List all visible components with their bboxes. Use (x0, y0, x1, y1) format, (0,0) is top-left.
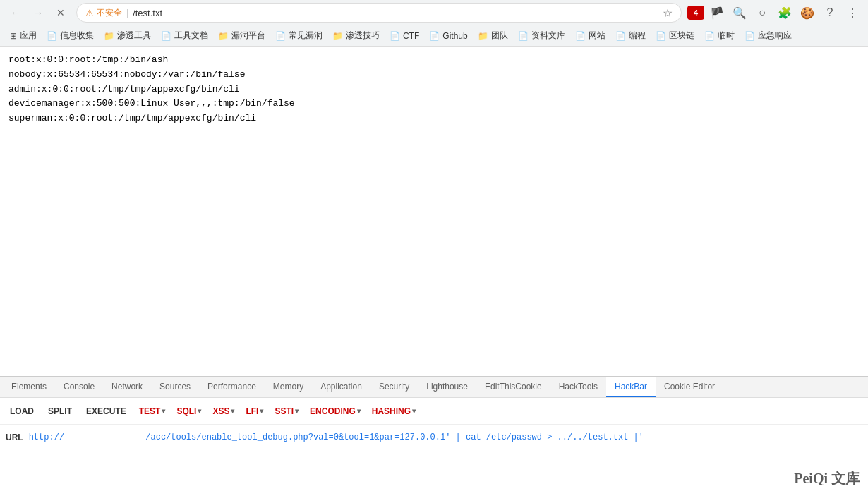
bookmark-emergency-label: 应急响应 (758, 30, 792, 42)
bookmark-pentest-tools[interactable]: 📁 渗透工具 (100, 28, 155, 44)
flag-button[interactable]: 🏴 (707, 3, 727, 23)
common-vulns-icon: 📄 (275, 31, 286, 41)
website-icon: 📄 (575, 31, 586, 41)
tab-sources[interactable]: Sources (151, 377, 199, 397)
pentest-tips-icon: 📁 (332, 31, 343, 41)
tab-lighthouse[interactable]: Lighthouse (418, 377, 476, 397)
hashing-dropdown-arrow: ▾ (412, 407, 416, 415)
bookmark-pentest-tools-label: 渗透工具 (117, 30, 151, 42)
ctf-icon: 📄 (390, 31, 400, 41)
bookmark-pentest-tips[interactable]: 📁 渗透技巧 (328, 28, 384, 44)
address-bar: ⚠ 不安全 | ☆ (76, 3, 682, 23)
bookmark-temp-label: 临时 (718, 30, 735, 42)
back-button[interactable]: ← (6, 3, 25, 23)
tab-hackbar[interactable]: HackBar (606, 377, 656, 397)
bookmark-emergency[interactable]: 📄 应急响应 (740, 28, 796, 44)
bookmark-tool-docs[interactable]: 📄 工具文档 (157, 28, 212, 44)
bookmarks-bar: ⊞ 应用 📄 信息收集 📁 渗透工具 📄 工具文档 📁 漏洞平台 📄 常见 (0, 25, 868, 47)
bookmark-vuln-platform[interactable]: 📁 漏洞平台 (214, 28, 270, 44)
execute-button[interactable]: EXECUTE (82, 404, 131, 418)
vuln-platform-icon: 📁 (218, 31, 229, 41)
bookmark-resource-library[interactable]: 📄 资料文库 (514, 28, 569, 44)
bookmark-programming-label: 编程 (629, 30, 646, 42)
peiqi-watermark: PeiQi 文库 (794, 469, 860, 488)
tab-hacktools[interactable]: HackTools (550, 377, 606, 397)
load-button[interactable]: LOAD (6, 404, 38, 418)
browser-icons: 4 🏴 🔍 ○ 🧩 🍪 ? ⋮ (687, 3, 862, 23)
bookmark-github[interactable]: 📄 Github (425, 29, 471, 43)
encoding-dropdown[interactable]: ENCODING ▾ (307, 404, 363, 418)
resource-library-icon: 📄 (518, 31, 529, 41)
sqli-dropdown[interactable]: SQLI ▾ (174, 404, 204, 418)
content-line-5: superman:x:0:0:root:/tmp/tmp/appexcfg/bi… (8, 111, 860, 126)
bookmark-common-vulns[interactable]: 📄 常见漏洞 (271, 28, 327, 44)
tab-elements[interactable]: Elements (3, 377, 55, 397)
tab-memory[interactable]: Memory (265, 377, 312, 397)
lfi-dropdown[interactable]: LFI ▾ (243, 404, 266, 418)
lfi-dropdown-arrow: ▾ (260, 407, 263, 415)
hackbar-url-input[interactable] (29, 432, 862, 442)
bookmark-info-collect[interactable]: 📄 信息收集 (42, 28, 98, 44)
bookmark-website[interactable]: 📄 网站 (571, 28, 610, 44)
hackbar-url-section: URL (0, 425, 868, 450)
page-content: root:x:0:0:root:/tmp:/bin/ash nobody:x:6… (0, 47, 868, 372)
bookmark-blockchain[interactable]: 📄 区块链 (651, 28, 699, 44)
bookmark-programming[interactable]: 📄 编程 (611, 28, 650, 44)
sqli-dropdown-arrow: ▾ (198, 407, 201, 415)
lfi-dropdown-label: LFI (246, 406, 258, 416)
bookmark-ctf-label: CTF (403, 31, 419, 41)
security-text: 不安全 (97, 7, 122, 19)
team-icon: 📁 (478, 31, 488, 41)
info-collect-icon: 📄 (47, 31, 57, 41)
xss-dropdown[interactable]: XSS ▾ (210, 404, 237, 418)
content-line-4: devicemanager:x:500:500:Linux User,,,:tm… (8, 97, 860, 111)
devtools-tabs: Elements Console Network Sources Perform… (0, 377, 868, 398)
url-input[interactable] (133, 8, 658, 18)
emergency-icon: 📄 (745, 31, 755, 41)
blockchain-icon: 📄 (656, 31, 666, 41)
tab-cookie-editor[interactable]: Cookie Editor (656, 377, 723, 397)
tab-application[interactable]: Application (312, 377, 370, 397)
bookmark-blockchain-label: 区块链 (669, 30, 694, 42)
split-button[interactable]: SPLIT (44, 404, 76, 418)
warning-icon: ⚠ (85, 8, 94, 18)
bookmark-ctf[interactable]: 📄 CTF (385, 29, 423, 43)
encoding-dropdown-arrow: ▾ (357, 407, 361, 415)
bookmark-team[interactable]: 📁 团队 (474, 28, 512, 44)
separator: | (126, 8, 128, 18)
bookmark-common-vulns-label: 常见漏洞 (289, 30, 323, 42)
ssti-dropdown[interactable]: SSTI ▾ (272, 404, 301, 418)
test-dropdown[interactable]: TEST ▾ (136, 404, 169, 418)
menu-button[interactable]: ⋮ (843, 3, 862, 23)
hackbar-toolbar: LOAD SPLIT EXECUTE TEST ▾ SQLI ▾ XSS ▾ L… (0, 398, 868, 425)
encoding-dropdown-label: ENCODING (310, 406, 356, 416)
temp-icon: 📄 (704, 31, 715, 41)
tool-docs-icon: 📄 (161, 31, 171, 41)
ssti-dropdown-arrow: ▾ (295, 407, 299, 415)
xss-dropdown-label: XSS (212, 406, 229, 416)
tab-network[interactable]: Network (103, 377, 151, 397)
profile-button[interactable]: ○ (752, 3, 772, 23)
bookmark-apps[interactable]: ⊞ 应用 (6, 28, 41, 44)
reload-button[interactable]: ✕ (51, 3, 71, 23)
tab-performance[interactable]: Performance (199, 377, 265, 397)
bookmark-resource-library-label: 资料文库 (531, 30, 565, 42)
forward-button[interactable]: → (28, 3, 48, 23)
bookmark-star-button[interactable]: ☆ (663, 6, 673, 20)
sqli-dropdown-label: SQLI (176, 406, 196, 416)
help-button[interactable]: ? (820, 3, 840, 23)
security-warning: ⚠ 不安全 (85, 7, 122, 19)
tab-edit-this-cookie[interactable]: EditThisCookie (476, 377, 550, 397)
apps-icon: ⊞ (10, 31, 17, 41)
extension-puzzle-button[interactable]: 🧩 (775, 3, 795, 23)
cookie-button[interactable]: 🍪 (797, 3, 817, 23)
extension-counter-button[interactable]: 4 (687, 6, 704, 20)
tab-console[interactable]: Console (55, 377, 103, 397)
test-dropdown-label: TEST (139, 406, 161, 416)
hashing-dropdown[interactable]: HASHING ▾ (369, 404, 418, 418)
bookmark-temp[interactable]: 📄 临时 (700, 28, 739, 44)
tab-security[interactable]: Security (370, 377, 418, 397)
content-line-3: admin:x:0:0:root:/tmp/tmp/appexcfg/bin/c… (8, 83, 860, 97)
search-button[interactable]: 🔍 (730, 3, 749, 23)
bookmark-apps-label: 应用 (20, 30, 37, 42)
